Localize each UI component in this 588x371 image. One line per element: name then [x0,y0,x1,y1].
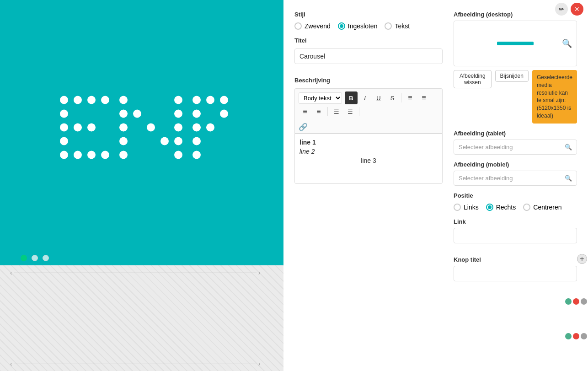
svg-point-22 [174,110,182,118]
knop-titel-label: Knop titel [454,256,577,263]
svg-point-19 [147,124,155,132]
arrow-right-icon: › [258,269,261,276]
radio-circle-tekst [385,22,392,30]
svg-point-24 [174,137,182,145]
pencil-button[interactable]: ✏ [555,3,568,16]
section-arrow-bottom[interactable]: ‹ › [10,360,260,367]
radio-zwevend[interactable]: Zwevend [294,22,331,30]
tablet-search-icon: 🔍 [565,144,572,151]
align-left-button[interactable]: ≡ [404,91,417,104]
link-icon[interactable]: 🔗 [299,123,308,131]
svg-point-20 [160,137,169,145]
svg-point-34 [206,124,214,132]
right-panel: ✏ ✕ Stijl Zwevend [283,0,588,371]
afbeelding-mobiel-group: Afbeelding (mobiel) Selecteer afbeelding… [454,161,577,186]
desktop-search-icon[interactable]: 🔍 [562,38,572,48]
svg-point-1 [60,110,68,118]
pencil-icon: ✏ [559,5,564,13]
stijl-radio-group: Zwevend Ingesloten Tekst [294,22,443,30]
svg-point-3 [60,137,68,145]
radio-rechts[interactable]: Rechts [486,204,516,211]
afbeelding-tablet-select[interactable]: Selecteer afbeelding 🔍 [454,140,577,155]
bold-button[interactable]: B [345,91,358,104]
add-section-button[interactable]: + [577,254,587,264]
rich-text-toolbar: Body tekst Heading 1 Heading 2 Heading 3… [294,88,443,121]
afbeelding-tablet-group: Afbeelding (tablet) Selecteer afbeelding… [454,130,577,155]
titel-label: Titel [294,37,443,44]
carousel-slide [0,0,283,265]
afbeelding-desktop-box[interactable]: 🔍 [454,21,577,66]
svg-point-4 [60,151,68,159]
radio-label-tekst: Tekst [395,22,410,30]
svg-point-8 [74,124,82,132]
text-line-3: line 3 [299,157,438,164]
underline-button[interactable]: U [372,91,385,104]
svg-point-17 [119,151,128,159]
radio-circle-centreren [523,204,530,211]
svg-point-32 [220,96,228,104]
link-input[interactable] [454,228,577,243]
arrow-line-top [14,273,257,273]
svg-point-16 [119,137,128,145]
svg-point-21 [174,96,182,104]
radio-ingesloten[interactable]: Ingesloten [338,22,378,30]
toolbar-divider-3 [359,107,359,116]
align-justify-button[interactable]: ≡ [312,105,325,118]
color-dot-green-mid[interactable] [565,298,572,305]
radio-tekst[interactable]: Tekst [385,22,410,30]
svg-point-14 [119,110,128,118]
unordered-list-button[interactable]: ☰ [330,105,343,118]
radio-label-rechts: Rechts [496,204,516,211]
titel-input[interactable] [294,48,443,64]
radio-label-links: Links [464,204,479,211]
image-preview-bar [497,42,534,45]
ordered-list-button[interactable]: ☰ [344,105,357,118]
text-line-2: line 2 [299,148,438,155]
align-center-button[interactable]: ≡ [417,91,430,104]
svg-point-26 [192,96,201,104]
left-form: Stijl Zwevend Ingesloten Tekst [294,11,443,294]
link-icon-row: 🔗 [294,121,443,134]
radio-links[interactable]: Links [454,204,479,211]
color-dot-red-mid[interactable] [573,298,579,305]
align-right-button[interactable]: ≡ [299,105,311,118]
link-label: Link [454,218,577,225]
afbeelding-mobiel-select[interactable]: Selecteer afbeelding 🔍 [454,171,577,186]
afbeelding-mobiel-label: Afbeelding (mobiel) [454,161,577,168]
afbeelding-desktop-group: Afbeelding (desktop) 🔍 Afbeelding wissen… [454,11,577,124]
svg-point-30 [192,151,201,159]
radio-circle-links [454,204,461,211]
desktop-action-row: Afbeelding wissen Bijsnijden Geselecteer… [454,70,577,124]
indicator-active[interactable] [21,255,27,261]
below-carousel: ‹ › ‹ › [0,265,283,371]
warning-box: Geselecteerde media resolutie kan te sma… [532,70,577,124]
indicator-2[interactable] [32,255,38,261]
strikethrough-button[interactable]: S [386,91,399,104]
color-dot-gray-mid[interactable] [581,298,587,305]
text-style-select[interactable]: Body tekst Heading 1 Heading 2 Heading 3 [299,92,342,104]
color-dot-green-bot[interactable] [565,333,572,339]
color-dot-gray-bot[interactable] [581,333,587,339]
afbeelding-tablet-label: Afbeelding (tablet) [454,130,577,137]
section-arrow-top[interactable]: ‹ › [10,269,260,276]
link-group: Link [454,218,577,250]
svg-point-0 [60,96,68,104]
positie-radio-group: Links Rechts Centreren [454,204,577,211]
arrow-line-bottom [14,364,257,364]
svg-point-15 [119,124,128,132]
svg-point-28 [192,124,201,132]
radio-centreren[interactable]: Centreren [523,204,561,211]
italic-button[interactable]: I [358,91,371,104]
color-dot-red-bot[interactable] [573,333,579,339]
radio-label-zwevend: Zwevend [305,22,331,30]
radio-circle-ingesloten [338,22,345,30]
indicator-3[interactable] [43,255,49,261]
arrow-left-icon: ‹ [10,269,12,276]
rich-text-area[interactable]: line 1 line 2 line 3 [294,134,443,184]
knop-titel-input[interactable] [454,266,577,281]
far-right-sidebar: + [576,0,588,371]
bijsnijden-button[interactable]: Bijsnijden [495,70,529,82]
radio-label-centreren: Centreren [533,204,561,211]
stijl-label: Stijl [294,11,443,18]
afbeelding-wissen-button[interactable]: Afbeelding wissen [454,70,492,88]
